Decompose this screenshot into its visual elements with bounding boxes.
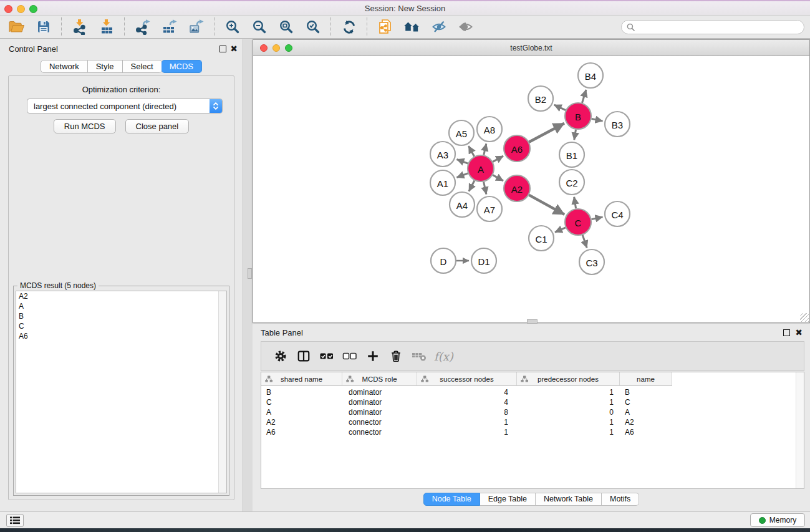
- select-all-columns-button[interactable]: [315, 345, 338, 367]
- graph-edge-B-B1[interactable]: [574, 130, 576, 140]
- graph-node-A2[interactable]: A2: [504, 175, 530, 201]
- optimization-select[interactable]: largest connected component (directed): [27, 99, 223, 114]
- graph-edge-A-A1[interactable]: [457, 173, 468, 178]
- mcds-result-item[interactable]: A: [16, 301, 226, 311]
- graph-node-B1[interactable]: B1: [559, 142, 584, 167]
- tab-edge-table[interactable]: Edge Table: [480, 493, 536, 506]
- network-canvas[interactable]: B4B2BB3A5A8A6B1A3AC2A1A2A4A7C4CC1C3DD1: [253, 56, 809, 322]
- graph-edge-A2-C[interactable]: [529, 195, 564, 215]
- graph-node-A[interactable]: A: [468, 155, 494, 181]
- delete-column-button[interactable]: [384, 345, 407, 367]
- tab-node-table[interactable]: Node Table: [423, 493, 480, 506]
- graph-edge-A-A8[interactable]: [484, 143, 486, 155]
- create-column-button[interactable]: [361, 345, 384, 367]
- graph-edge-C-C4[interactable]: [592, 217, 603, 220]
- graph-edge-B-B4[interactable]: [582, 90, 586, 103]
- mcds-result-item[interactable]: A2: [16, 291, 226, 301]
- float-panel-icon[interactable]: [219, 46, 226, 52]
- search-box[interactable]: [621, 20, 804, 34]
- graph-node-A5[interactable]: A5: [449, 120, 474, 145]
- graph-edge-A-A3[interactable]: [457, 160, 468, 164]
- mcds-result-item[interactable]: C: [16, 321, 226, 331]
- unselect-all-columns-button[interactable]: [338, 345, 361, 367]
- graph-edge-A-A2[interactable]: [493, 175, 503, 181]
- zoom-fit-button[interactable]: [272, 17, 299, 37]
- graph-node-D1[interactable]: D1: [471, 248, 496, 273]
- show-all-button[interactable]: [452, 17, 479, 37]
- result-scrollbar[interactable]: [218, 291, 226, 493]
- window-resize-grip[interactable]: [800, 313, 809, 322]
- function-builder-button[interactable]: f(x): [434, 350, 453, 363]
- tab-network[interactable]: Network: [41, 60, 88, 73]
- close-panel-button[interactable]: Close panel: [125, 119, 190, 133]
- graph-node-A7[interactable]: A7: [477, 196, 502, 221]
- graph-node-A6[interactable]: A6: [504, 135, 530, 162]
- graph-edge-A6-B[interactable]: [529, 123, 564, 142]
- search-input[interactable]: [638, 22, 794, 32]
- delete-table-button[interactable]: [407, 345, 430, 367]
- network-window-titlebar[interactable]: testGlobe.txt: [253, 40, 809, 56]
- table-scrollbar[interactable]: [796, 372, 804, 488]
- table-settings-button[interactable]: [269, 345, 292, 367]
- graph-node-B2[interactable]: B2: [528, 86, 553, 111]
- mcds-result-list[interactable]: A2ABCA6: [16, 291, 227, 493]
- graph-node-D[interactable]: D: [431, 248, 456, 273]
- table-row[interactable]: Adominator80A: [261, 407, 804, 417]
- show-columns-button[interactable]: [292, 345, 315, 367]
- graph-node-C4[interactable]: C4: [605, 201, 630, 226]
- export-image-button[interactable]: [183, 17, 210, 37]
- column-header-predecessor-nodes[interactable]: predecessor nodes: [517, 372, 620, 386]
- import-table-button[interactable]: [93, 17, 120, 37]
- tab-mcds[interactable]: MCDS: [162, 60, 202, 73]
- graph-node-B[interactable]: B: [565, 103, 591, 129]
- graph-edge-B-B3[interactable]: [592, 118, 603, 121]
- tab-network-table[interactable]: Network Table: [536, 493, 602, 506]
- import-network-button[interactable]: [66, 17, 93, 37]
- graph-edge-A-A4[interactable]: [469, 181, 475, 191]
- task-history-button[interactable]: [6, 514, 24, 527]
- graph-edge-C-C3[interactable]: [582, 235, 587, 248]
- tab-style[interactable]: Style: [88, 60, 123, 73]
- zoom-out-button[interactable]: [246, 17, 272, 37]
- table-row[interactable]: A2connector11A2: [261, 417, 804, 427]
- close-panel-icon[interactable]: ✖: [230, 44, 238, 54]
- graph-edge-A-A6[interactable]: [493, 156, 503, 162]
- zoom-selected-button[interactable]: [299, 17, 326, 37]
- mcds-result-item[interactable]: B: [16, 311, 226, 321]
- zoom-in-button[interactable]: [219, 17, 246, 37]
- graph-node-B3[interactable]: B3: [605, 112, 630, 137]
- graph-node-A4[interactable]: A4: [450, 192, 475, 217]
- table-row[interactable]: Bdominator41B: [261, 387, 804, 397]
- graph-node-A8[interactable]: A8: [477, 117, 502, 142]
- graph-node-C3[interactable]: C3: [579, 249, 604, 274]
- table-close-icon[interactable]: ✖: [795, 327, 803, 337]
- table-float-icon[interactable]: [783, 329, 790, 336]
- graph-node-C2[interactable]: C2: [559, 170, 584, 195]
- run-mcds-button[interactable]: Run MCDS: [54, 119, 116, 133]
- export-table-button[interactable]: [156, 17, 183, 37]
- open-session-button[interactable]: [3, 17, 30, 37]
- tab-select[interactable]: Select: [123, 60, 162, 73]
- graph-edge-A-A5[interactable]: [469, 146, 475, 157]
- column-header-successor-nodes[interactable]: successor nodes: [417, 372, 517, 386]
- column-header-mcds-role[interactable]: MCDS role: [342, 372, 417, 386]
- table-row[interactable]: Cdominator41C: [261, 397, 804, 407]
- new-network-from-selection-button[interactable]: [372, 17, 398, 37]
- graph-node-C[interactable]: C: [565, 209, 591, 235]
- graph-node-A3[interactable]: A3: [430, 142, 455, 167]
- graph-node-A1[interactable]: A1: [430, 170, 455, 195]
- column-header-shared-name[interactable]: shared name: [261, 372, 342, 386]
- graph-edge-C-C2[interactable]: [574, 197, 576, 209]
- table-row[interactable]: A6connector11A6: [261, 427, 804, 437]
- column-header-name[interactable]: name: [620, 372, 672, 386]
- graph-node-B4[interactable]: B4: [578, 63, 603, 88]
- export-network-button[interactable]: [129, 17, 156, 37]
- graph-node-C1[interactable]: C1: [529, 226, 554, 251]
- graph-edge-C-C1[interactable]: [555, 228, 566, 232]
- save-session-button[interactable]: [30, 17, 57, 37]
- vertical-splitter-handle[interactable]: [248, 268, 252, 279]
- homes-button[interactable]: [398, 17, 425, 37]
- hide-selected-button[interactable]: [425, 17, 452, 37]
- memory-button[interactable]: Memory: [750, 513, 805, 527]
- horizontal-splitter-handle[interactable]: [527, 319, 538, 324]
